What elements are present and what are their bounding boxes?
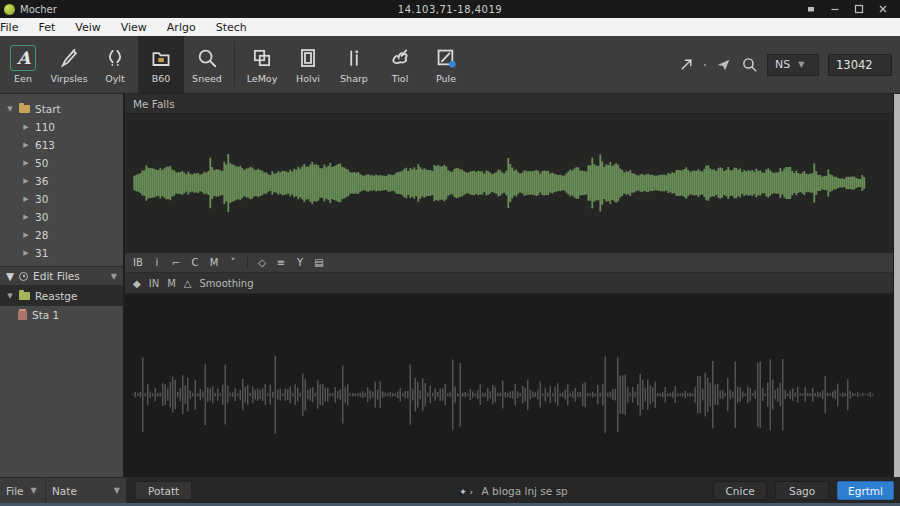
tree-item-label: 28 bbox=[35, 229, 48, 241]
vertical-scrollbar[interactable] bbox=[893, 94, 900, 477]
tree-item[interactable]: ▶30 bbox=[0, 190, 123, 208]
track-control-icon[interactable]: M bbox=[167, 278, 176, 289]
cancel-button[interactable]: Cnice bbox=[713, 481, 767, 500]
file-dropdown[interactable]: File ▼ bbox=[0, 478, 46, 503]
star-icon: ✦ › bbox=[459, 487, 473, 497]
tree-item[interactable]: ▶36 bbox=[0, 172, 123, 190]
menu-item-view[interactable]: View bbox=[119, 21, 149, 34]
tool-virpsles[interactable]: Virpsles bbox=[46, 36, 92, 93]
tree-item-label: 30 bbox=[35, 193, 48, 205]
track-control-icon[interactable]: IN bbox=[149, 278, 159, 289]
tree-item-sta1[interactable]: Sta 1 bbox=[0, 306, 123, 324]
track-name: Smoothing bbox=[199, 278, 253, 289]
search-icon[interactable] bbox=[741, 56, 758, 73]
preset-dropdown[interactable]: NS ▼ bbox=[767, 54, 819, 76]
tool-label: Sharp bbox=[340, 73, 368, 84]
menu-item-veiw[interactable]: Veiw bbox=[73, 21, 103, 34]
mini-tool-icon[interactable]: ▤ bbox=[314, 257, 324, 268]
tree-item-label: 110 bbox=[35, 121, 55, 133]
mini-tool-icon[interactable]: M bbox=[209, 257, 219, 268]
chevron-right-icon: ▶ bbox=[22, 213, 30, 221]
tray-icon[interactable] bbox=[800, 1, 822, 17]
tree-item[interactable]: ▶613 bbox=[0, 136, 123, 154]
arrow-up-right-icon[interactable] bbox=[678, 56, 695, 73]
tool-oylt[interactable]: Oylt bbox=[92, 36, 138, 93]
tool-label: LeMoy bbox=[247, 73, 278, 84]
edit-files-section-header[interactable]: ▼ Edit Files ▼ bbox=[0, 266, 123, 286]
menu-item-arlgo[interactable]: Arlgo bbox=[165, 21, 198, 34]
tool-sneed[interactable]: Sneed bbox=[184, 36, 230, 93]
value-field[interactable] bbox=[828, 54, 892, 76]
top-waveform-panel: Me Falls bbox=[125, 94, 900, 252]
tool-label: Virpsles bbox=[50, 73, 87, 84]
mini-tool-icon[interactable]: IB bbox=[133, 257, 143, 268]
chevron-right-icon: ▶ bbox=[22, 141, 30, 149]
tool-tiol[interactable]: Tiol bbox=[377, 36, 423, 93]
menu-item-file[interactable]: File bbox=[0, 21, 20, 34]
menu-item-fet[interactable]: Fet bbox=[36, 21, 57, 34]
bottom-waveform[interactable] bbox=[125, 294, 900, 477]
tool-een[interactable]: AEen bbox=[0, 36, 46, 93]
top-waveform[interactable] bbox=[125, 114, 900, 252]
framed-icon bbox=[295, 45, 321, 71]
edit-mini-toolbar: IBi⌐CM˅◇≡Y▤ bbox=[125, 252, 900, 273]
tree-item[interactable]: ▶28 bbox=[0, 226, 123, 244]
tree-item-reastge[interactable]: ▼ Reastge bbox=[0, 286, 123, 306]
save-button[interactable]: Sago bbox=[775, 481, 829, 500]
tool-sharp[interactable]: Sharp bbox=[331, 36, 377, 93]
tool-b60[interactable]: B60 bbox=[138, 36, 184, 93]
tree-item[interactable]: ▶110 bbox=[0, 118, 123, 136]
track-row[interactable]: ◆INM△Smoothing bbox=[125, 273, 900, 294]
chevron-right-icon: ▶ bbox=[22, 177, 30, 185]
mini-tool-icon[interactable]: ≡ bbox=[276, 257, 286, 268]
folder-icon bbox=[148, 45, 174, 71]
dot-separator bbox=[704, 64, 706, 66]
document-title: 14.103,71-18,4019 bbox=[0, 4, 900, 15]
mini-tool-icon[interactable]: ⌐ bbox=[171, 257, 181, 268]
toolbar-separator bbox=[247, 256, 248, 269]
track-control-icon[interactable]: ◆ bbox=[133, 278, 141, 289]
rects-icon bbox=[249, 45, 275, 71]
chevron-down-icon: ▼ bbox=[31, 486, 37, 495]
chevron-down-icon: ▼ bbox=[114, 486, 120, 495]
mini-tool-icon[interactable]: ˅ bbox=[228, 257, 238, 268]
tree-item[interactable]: ▶31 bbox=[0, 244, 123, 262]
tool-lemoy[interactable]: LeMoy bbox=[239, 36, 285, 93]
mini-tool-icon[interactable]: ◇ bbox=[257, 257, 267, 268]
share-icon[interactable] bbox=[715, 56, 732, 73]
minimize-button[interactable] bbox=[824, 1, 846, 17]
maximize-button[interactable] bbox=[848, 1, 870, 17]
magnifier-icon bbox=[194, 45, 220, 71]
pen-icon bbox=[56, 45, 82, 71]
track-control-icon[interactable]: △ bbox=[184, 278, 192, 289]
top-panel-header: Me Falls bbox=[125, 94, 900, 114]
status-bar: File ▼ Nate ▼ Potatt ✦ › A bloga lnj se … bbox=[0, 477, 900, 503]
menu-bar: FileFetVeiwViewArlgoStech bbox=[0, 18, 900, 36]
clock-icon bbox=[19, 272, 28, 281]
tree-root[interactable]: ▼ Start bbox=[0, 100, 123, 118]
tree-item-label: 31 bbox=[35, 247, 48, 259]
tool-label: Tiol bbox=[392, 73, 409, 84]
export-button[interactable]: Egrtml bbox=[837, 481, 894, 500]
tool-holvi[interactable]: Holvi bbox=[285, 36, 331, 93]
chevron-down-icon: ▼ bbox=[6, 292, 14, 300]
toolbar-separator bbox=[234, 42, 235, 87]
tool-label: Sneed bbox=[192, 73, 222, 84]
tree-item[interactable]: ▶50 bbox=[0, 154, 123, 172]
chevron-down-icon: ▼ bbox=[6, 270, 14, 282]
potatt-button[interactable]: Potatt bbox=[135, 481, 192, 500]
rate-dropdown[interactable]: Nate ▼ bbox=[46, 478, 127, 503]
tool-label: Een bbox=[14, 73, 32, 84]
tree-item-label: 50 bbox=[35, 157, 48, 169]
close-button[interactable] bbox=[872, 1, 894, 17]
folder-icon bbox=[19, 105, 30, 113]
chevron-down-icon: ▼ bbox=[6, 105, 14, 113]
mini-tool-icon[interactable]: Y bbox=[295, 257, 305, 268]
curves-icon bbox=[102, 45, 128, 71]
mini-tool-icon[interactable]: i bbox=[152, 257, 162, 268]
tree-item[interactable]: ▶30 bbox=[0, 208, 123, 226]
chevron-down-icon[interactable]: ▼ bbox=[111, 272, 117, 281]
mini-tool-icon[interactable]: C bbox=[190, 257, 200, 268]
menu-item-stech[interactable]: Stech bbox=[214, 21, 249, 34]
tool-pule[interactable]: Pule bbox=[423, 36, 469, 93]
